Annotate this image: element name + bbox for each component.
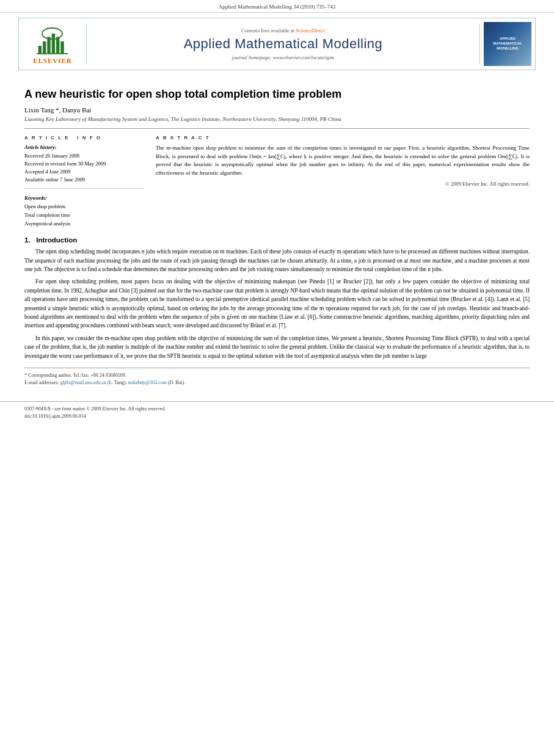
svg-rect-3: [52, 33, 55, 53]
intro-paragraph-2: For open shop scheduling problem, most p…: [24, 277, 530, 330]
bottom-bar-line2: doi:10.1016/j.apm.2009.06.014: [24, 413, 530, 420]
journal-thumbnail-section: APPLIED MATHEMATICAL MODELLING: [480, 18, 535, 70]
svg-rect-5: [61, 41, 65, 53]
abstract-text: The m-machine open shop problem to minim…: [156, 144, 530, 177]
elsevier-brand-text: ELSEVIER: [33, 57, 72, 64]
section-number: 1.: [24, 236, 31, 244]
received-revised-date: Received in revised form 30 May 2009: [24, 160, 144, 168]
keyword-1: Open shop problem: [24, 203, 144, 211]
contents-label: Contents lists available at: [241, 27, 296, 34]
elsevier-tree-icon: [35, 24, 69, 55]
journal-citation-bar: Applied Mathematical Modelling 34 (2010)…: [0, 0, 554, 13]
abstract-label: A B S T R A C T: [156, 135, 530, 140]
received-date: Received 26 January 2008: [24, 152, 144, 160]
keywords-label: Keywords:: [24, 195, 144, 201]
bottom-bar-line1: 0307-904X/$ - see front matter © 2009 El…: [24, 405, 530, 413]
journal-citation-text: Applied Mathematical Modelling 34 (2010)…: [219, 4, 336, 10]
keyword-3: Asymptotical analysis: [24, 220, 144, 228]
bottom-bar: 0307-904X/$ - see front matter © 2009 El…: [0, 401, 554, 424]
left-column: A R T I C L E I N F O Article history: R…: [24, 135, 144, 228]
elsevier-logo: ELSEVIER: [33, 24, 72, 64]
journal-thumbnail: APPLIED MATHEMATICAL MODELLING: [484, 22, 531, 66]
svg-rect-7: [37, 53, 68, 54]
article-info-label: A R T I C L E I N F O: [24, 135, 144, 140]
section-title-text: Introduction: [36, 236, 77, 244]
keyword-2: Total completion time: [24, 211, 144, 220]
keywords-group: Keywords: Open shop problem Total comple…: [24, 195, 144, 228]
article-title: A new heuristic for open shop total comp…: [24, 87, 530, 101]
affiliation: Liaoning Key Laboratory of Manufacturing…: [24, 116, 530, 122]
article-info-abstract-section: A R T I C L E I N F O Article history: R…: [24, 128, 530, 228]
right-column: A B S T R A C T The m-machine open shop …: [156, 135, 530, 228]
section-1-title: 1. Introduction: [24, 236, 530, 244]
journal-homepage-text: journal homepage: www.elsevier.com/locat…: [93, 54, 473, 60]
footnote-email-label: E-mail addresses:: [24, 380, 60, 385]
main-content: A new heuristic for open shop total comp…: [0, 70, 554, 399]
history-label: Article history:: [24, 144, 144, 150]
intro-paragraph-3: In this paper, we consider the m-machine…: [24, 334, 530, 360]
footnote-section: * Corresponding author. Tel./fax: +86 24…: [24, 368, 530, 387]
article-history-group: Article history: Received 26 January 200…: [24, 144, 144, 189]
copyright-text: © 2009 Elsevier Inc. All rights reserved…: [156, 181, 530, 187]
elsevier-logo-section: ELSEVIER: [19, 20, 86, 69]
email-link-bai[interactable]: mikebdy@163.com: [128, 380, 167, 385]
svg-rect-0: [38, 46, 42, 54]
page: Applied Mathematical Modelling 34 (2010)…: [0, 0, 554, 756]
svg-rect-1: [43, 41, 46, 53]
journal-title-section: Contents lists available at ScienceDirec…: [86, 24, 480, 64]
journal-header: ELSEVIER Contents lists available at Sci…: [18, 18, 536, 70]
intro-paragraph-1: The open shop scheduling model incorpora…: [24, 247, 530, 274]
accepted-date: Accepted 4 June 2009: [24, 168, 144, 176]
authors-text: Lixin Tang *, Danyu Bai: [24, 106, 91, 114]
sciencedirect-link[interactable]: ScienceDirect: [296, 27, 325, 34]
available-date: Available online 7 June 2009: [24, 176, 144, 184]
journal-title-text: Applied Mathematical Modelling: [93, 36, 473, 52]
footnote-corresponding: * Corresponding author. Tel./fax: +86 24…: [24, 372, 530, 379]
footnote-name-tang: (L. Tang),: [108, 380, 128, 385]
sciencedirect-line: Contents lists available at ScienceDirec…: [93, 27, 473, 34]
footnote-name-bai: (D. Bai).: [168, 380, 185, 385]
journal-thumb-text: APPLIED MATHEMATICAL MODELLING: [484, 34, 531, 53]
svg-rect-4: [56, 37, 60, 54]
footnote-email: E-mail addresses: gljtlx@mail.neu.edu.cn…: [24, 379, 530, 387]
email-link-tang[interactable]: gljtlx@mail.neu.edu.cn: [60, 380, 106, 385]
authors: Lixin Tang *, Danyu Bai: [24, 106, 530, 114]
